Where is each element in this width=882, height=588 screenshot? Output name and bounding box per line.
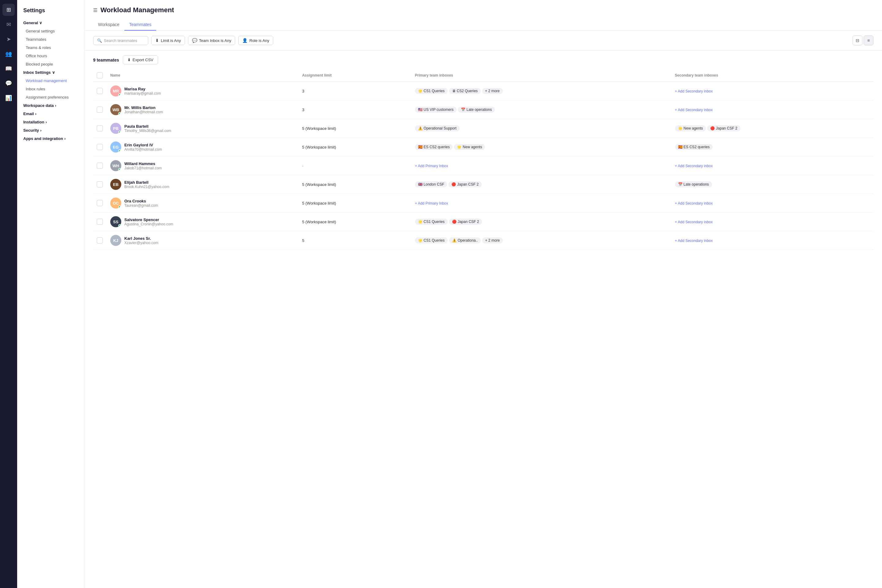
sidebar-item-teammates[interactable]: Teammates [17, 35, 84, 44]
online-indicator [118, 150, 121, 153]
row-checkbox[interactable] [97, 237, 103, 243]
rail-book-icon[interactable]: 📖 [3, 63, 15, 75]
sidebar-item-teams-roles[interactable]: Teams & roles [17, 44, 84, 52]
assignment-limit-cell: 5 (Workspace limit) [298, 194, 411, 213]
inbox-tag[interactable]: 🌟 New agents [675, 125, 706, 131]
primary-inboxes-cell: 🌟 CS1 Queries🖥 CS2 Queries+ 2 more [411, 82, 671, 100]
primary-inboxes-cell: 🌟 CS1 Queries⚠️ Operationa..+ 2 more [411, 231, 671, 250]
inbox-tag[interactable]: 🌟 CS1 Queries [415, 219, 448, 225]
card-view-button[interactable]: ⊟ [853, 36, 862, 45]
sidebar-item-assignment-preferences[interactable]: Assignment preferences [17, 93, 84, 101]
primary-inboxes-cell: + Add Primary Inbox [411, 194, 671, 213]
sidebar-item-general-settings[interactable]: General settings [17, 27, 84, 35]
person-name: Marisa Ray [124, 87, 161, 91]
assignment-limit-cell: 5 (Workspace limit) [298, 138, 411, 156]
inbox-tag[interactable]: 🇬🇧 London CSF [415, 181, 447, 188]
online-indicator [118, 93, 121, 96]
rail-inbox-icon[interactable]: ✉ [3, 18, 15, 31]
row-checkbox[interactable] [97, 125, 103, 131]
select-all-checkbox[interactable] [97, 72, 103, 78]
avatar-initials: WB [112, 108, 119, 112]
person-email: Jonathan@hotmail.com [124, 110, 163, 114]
inbox-tag[interactable]: 🖥 CS2 Queries [449, 88, 481, 94]
avatar-initials: PB [113, 126, 118, 131]
inbox-tag[interactable]: 📅 Late operations [458, 106, 495, 113]
sidebar-item-office-hours[interactable]: Office hours [17, 52, 84, 60]
person-name: Salvatore Spencer [124, 218, 173, 222]
sidebar-item-workload-management[interactable]: Workload management [17, 76, 84, 85]
add-secondary-inbox-link[interactable]: + Add Secondary inbox [675, 89, 713, 93]
row-checkbox[interactable] [97, 144, 103, 150]
sidebar-email-section[interactable]: Email › [17, 110, 84, 118]
menu-icon[interactable]: ☰ [93, 8, 98, 13]
row-checkbox[interactable] [97, 106, 103, 113]
add-secondary-inbox-link[interactable]: + Add Secondary inbox [675, 220, 713, 224]
table-row: PB Paula Bartell Timothy_Mills36@gmail.c… [93, 119, 873, 138]
more-tag[interactable]: + 2 more [482, 88, 503, 94]
limit-chip-label: Limit is Any [161, 38, 181, 43]
inbox-tag[interactable]: 🇺🇸 US VIP customers [415, 106, 457, 113]
sidebar-installation-section[interactable]: Installation › [17, 118, 84, 126]
rail-chart-icon[interactable]: 📊 [3, 92, 15, 104]
sidebar-apps-section[interactable]: Apps and integration › [17, 135, 84, 143]
sidebar-item-inbox-rules[interactable]: Inbox rules [17, 85, 84, 93]
row-checkbox[interactable] [97, 181, 103, 188]
rail-grid-icon[interactable]: ⊞ [3, 4, 15, 16]
primary-inboxes-cell: + Add Primary Inbox [411, 156, 671, 175]
rail-users-icon[interactable]: 👥 [3, 48, 15, 60]
team-inbox-filter-chip[interactable]: 💬 Team Inbox is Any [188, 36, 236, 45]
secondary-inboxes-cell: + Add Secondary inbox [671, 82, 873, 100]
inbox-tag[interactable]: 🌟 New agents [454, 144, 485, 150]
inbox-tag[interactable]: 🇪🇸 ES CS2 queries [415, 144, 453, 150]
secondary-inboxes-cell: + Add Secondary inbox [671, 194, 873, 213]
row-checkbox[interactable] [97, 219, 103, 225]
role-filter-chip[interactable]: 👤 Role is Any [238, 36, 273, 45]
row-checkbox[interactable] [97, 163, 103, 169]
rail-send-icon[interactable]: ➤ [3, 33, 15, 45]
add-primary-inbox-link[interactable]: + Add Primary Inbox [415, 201, 448, 206]
table-row: WH Willard Hammes Jakob71@hotmail.com -+… [93, 156, 873, 175]
add-primary-inbox-link[interactable]: + Add Primary Inbox [415, 164, 448, 168]
teammates-tab[interactable]: Teammates [124, 19, 156, 31]
person-name: Mr. Willis Barton [124, 105, 163, 110]
role-chip-icon: 👤 [242, 38, 248, 43]
person-cell: SS Salvatore Spencer Agustina_Cronin@yah… [110, 216, 295, 227]
table-area: 9 teammates ⬇ Export CSV Name Assignment… [84, 51, 882, 588]
assignment-limit-cell: 3 [298, 100, 411, 119]
sidebar-general-section[interactable]: General ∨ [17, 19, 84, 27]
sidebar-item-blocked-people[interactable]: Blocked people [17, 60, 84, 68]
inbox-tag[interactable]: 🇪🇸 ES CS2 queries [675, 144, 713, 150]
limit-filter-chip[interactable]: ⬇ Limit is Any [151, 36, 185, 45]
row-checkbox[interactable] [97, 88, 103, 94]
add-secondary-inbox-link[interactable]: + Add Secondary inbox [675, 108, 713, 112]
inbox-tag[interactable]: 🌟 CS1 Queries [415, 88, 448, 94]
list-view-button[interactable]: ≡ [864, 36, 873, 45]
inbox-tag[interactable]: 🔴 Japan CSF 2 [449, 219, 482, 225]
sidebar-security-section[interactable]: Security › [17, 126, 84, 135]
secondary-inboxes-cell: + Add Secondary inbox [671, 213, 873, 231]
inbox-tag[interactable]: 📅 Late operations [675, 181, 712, 188]
row-checkbox[interactable] [97, 200, 103, 206]
person-name: Willard Hammes [124, 161, 162, 166]
rail-chat-icon[interactable]: 💬 [3, 77, 15, 89]
inbox-tag[interactable]: 🌟 CS1 Queries [415, 237, 448, 243]
assignment-limit-cell: 5 (Workspace limit) [298, 119, 411, 138]
person-email: Jakob71@hotmail.com [124, 166, 162, 170]
inbox-tag[interactable]: ⚠️ Operationa.. [449, 237, 481, 243]
add-secondary-inbox-link[interactable]: + Add Secondary inbox [675, 201, 713, 206]
inbox-tag[interactable]: 🔴 Japan CSF 2 [707, 125, 740, 131]
secondary-inboxes-cell: + Add Secondary inbox [671, 231, 873, 250]
more-tag[interactable]: + 2 more [482, 237, 503, 243]
inbox-tag[interactable]: 🔴 Japan CSF 2 [448, 181, 482, 188]
search-box[interactable]: 🔍 Search teammates [93, 36, 148, 45]
export-csv-button[interactable]: ⬇ Export CSV [123, 56, 158, 64]
table-row: SS Salvatore Spencer Agustina_Cronin@yah… [93, 213, 873, 231]
inbox-tag[interactable]: ⚠️ Operational Support [415, 125, 460, 131]
sidebar-workspace-data-section[interactable]: Workspace data › [17, 101, 84, 110]
person-cell: EG Erin Gaylord IV Arvilla70@hotmail.com [110, 141, 295, 153]
add-secondary-inbox-link[interactable]: + Add Secondary inbox [675, 238, 713, 243]
workspace-tab[interactable]: Workspace [93, 19, 124, 31]
sidebar-inbox-settings-section[interactable]: Inbox Settings ∨ [17, 68, 84, 76]
search-placeholder: Search teammates [104, 38, 137, 43]
add-secondary-inbox-link[interactable]: + Add Secondary inbox [675, 164, 713, 168]
